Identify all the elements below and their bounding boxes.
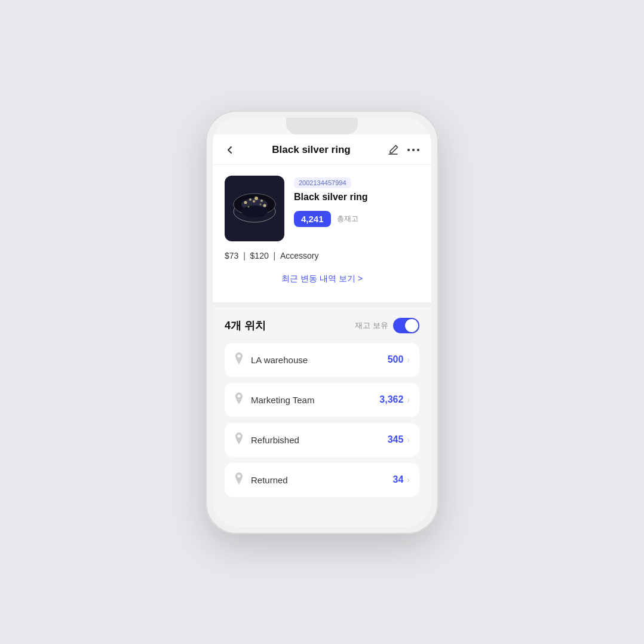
- location-left: Returned: [234, 473, 288, 487]
- toggle-row: 재고 보유: [355, 318, 419, 333]
- location-left: LA warehouse: [234, 352, 308, 367]
- chevron-right-icon-0: ›: [407, 355, 410, 364]
- location-count-1: 3,362: [379, 394, 403, 405]
- location-header: 4개 위치 재고 보유: [225, 318, 419, 333]
- svg-point-11: [263, 204, 266, 207]
- location-right: 500 ›: [388, 354, 410, 365]
- svg-point-12: [248, 206, 250, 207]
- more-button[interactable]: [407, 148, 419, 152]
- location-section: 4개 위치 재고 보유: [213, 307, 431, 509]
- location-count-0: 500: [388, 354, 404, 365]
- screen-content: Black silver ring: [213, 134, 431, 527]
- stock-row: 4,241 총재고: [294, 211, 419, 227]
- location-pin-icon: [234, 352, 244, 367]
- svg-point-7: [244, 201, 247, 204]
- location-pin-icon: [234, 473, 244, 487]
- history-link[interactable]: 최근 변동 내역 보기 >: [225, 264, 419, 292]
- svg-point-10: [260, 200, 263, 202]
- location-left: Marketing Team: [234, 392, 314, 407]
- product-id-badge: 2002134457994: [294, 177, 351, 188]
- toggle-label: 재고 보유: [355, 320, 388, 331]
- price-high: $120: [250, 251, 269, 260]
- price-low: $73: [225, 251, 238, 260]
- product-image: [225, 176, 284, 241]
- stock-toggle[interactable]: [393, 318, 419, 333]
- stock-count: 4,241: [294, 211, 331, 227]
- header: Black silver ring: [213, 134, 431, 165]
- edit-button[interactable]: [387, 144, 399, 156]
- product-card: 2002134457994 Black silver ring 4,241 총재…: [225, 176, 419, 241]
- svg-point-6: [241, 206, 268, 217]
- svg-point-13: [260, 203, 262, 205]
- svg-point-14: [253, 200, 255, 203]
- svg-point-9: [254, 197, 258, 200]
- stock-label: 총재고: [337, 214, 358, 224]
- location-card-marketing-team[interactable]: Marketing Team 3,362 ›: [225, 383, 419, 417]
- page-title: Black silver ring: [272, 144, 350, 156]
- location-right: 345 ›: [388, 434, 410, 445]
- location-count-2: 345: [388, 434, 404, 445]
- back-button[interactable]: [225, 145, 235, 155]
- location-name-0: LA warehouse: [251, 355, 308, 365]
- toggle-knob: [405, 319, 418, 332]
- location-pin-icon: [234, 433, 244, 447]
- svg-point-8: [249, 198, 252, 201]
- chevron-right-icon-1: ›: [407, 395, 410, 404]
- product-section: 2002134457994 Black silver ring 4,241 총재…: [213, 165, 431, 302]
- location-right: 34 ›: [393, 474, 410, 485]
- section-divider: [213, 302, 431, 307]
- ring-illustration: [228, 182, 281, 235]
- price-row: $73 | $120 | Accessory: [225, 251, 419, 264]
- chevron-right-icon-3: ›: [407, 475, 410, 484]
- location-count-3: 34: [393, 474, 404, 485]
- location-name-1: Marketing Team: [251, 395, 314, 405]
- header-actions: [387, 144, 419, 156]
- svg-point-0: [407, 149, 410, 151]
- location-name-3: Returned: [251, 475, 288, 485]
- location-card-returned[interactable]: Returned 34 ›: [225, 463, 419, 497]
- location-pin-icon: [234, 392, 244, 407]
- category: Accessory: [280, 251, 319, 260]
- location-card-refurbished[interactable]: Refurbished 345 ›: [225, 423, 419, 457]
- location-card-la-warehouse[interactable]: LA warehouse 500 ›: [225, 343, 419, 377]
- notch: [286, 118, 358, 134]
- location-name-2: Refurbished: [251, 435, 299, 445]
- chevron-right-icon-2: ›: [407, 435, 410, 444]
- product-name: Black silver ring: [294, 192, 419, 203]
- svg-point-1: [412, 149, 415, 151]
- phone-screen: Black silver ring: [213, 118, 431, 527]
- svg-point-2: [417, 149, 419, 151]
- location-left: Refurbished: [234, 433, 299, 447]
- location-title: 4개 위치: [225, 318, 266, 333]
- product-info: 2002134457994 Black silver ring 4,241 총재…: [294, 176, 419, 227]
- location-right: 3,362 ›: [379, 394, 410, 405]
- phone-frame: Black silver ring: [206, 111, 438, 534]
